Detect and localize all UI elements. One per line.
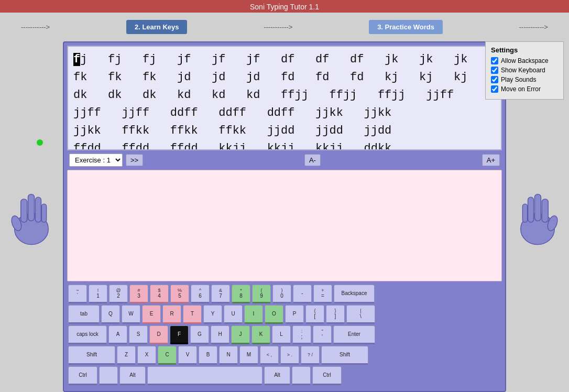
finger-indicator-dot — [37, 139, 43, 146]
exercise-text-display: fj fj fj jf jf jf df df df jk jk jk fk f… — [67, 46, 502, 150]
key-x[interactable]: X — [137, 346, 156, 365]
show-keyboard-setting[interactable]: Show Keyboard — [491, 67, 558, 74]
key-h[interactable]: H — [211, 325, 229, 344]
keyboard-row-bottom: Ctrl Alt Alt Ctrl — [68, 366, 501, 385]
key-z[interactable]: Z — [117, 346, 136, 365]
key-9[interactable]: (9 — [252, 285, 271, 303]
arrow-mid: -----------> — [264, 23, 292, 31]
key-backspace[interactable]: Backspace — [334, 285, 375, 303]
key-backslash[interactable]: |\ — [346, 305, 375, 324]
keyboard-row-qwerty: tab Q W E R T Y U I O P {[ }] |\ — [68, 305, 501, 324]
show-keyboard-checkbox[interactable] — [491, 67, 498, 74]
key-q[interactable]: Q — [101, 305, 120, 324]
move-on-error-label: Move on Error — [501, 85, 541, 93]
svg-rect-10 — [534, 194, 541, 221]
current-char: f — [73, 53, 80, 66]
key-semicolon[interactable]: :; — [292, 325, 311, 344]
main-area: fj fj fj jf jf jf df df df jk jk jk fk f… — [0, 41, 569, 392]
move-on-error-checkbox[interactable] — [491, 85, 498, 93]
key-minus[interactable]: - — [293, 285, 312, 303]
key-w[interactable]: W — [122, 305, 140, 324]
move-on-error-setting[interactable]: Move on Error — [491, 85, 558, 93]
key-tilde[interactable]: ~` — [68, 285, 87, 303]
key-g[interactable]: G — [190, 325, 209, 344]
key-l[interactable]: L — [272, 325, 291, 344]
key-alt-right[interactable]: Alt — [264, 366, 290, 385]
keyboard-row-numbers: ~` !1 @2 #3 $4 %5 ^6 &7 *8 (9 )0 - += Ba… — [68, 285, 501, 303]
key-space[interactable] — [147, 366, 262, 385]
key-bracket-right[interactable]: }] — [326, 305, 345, 324]
arrow-right: -----------> — [519, 23, 548, 31]
key-t[interactable]: T — [183, 305, 202, 324]
key-f[interactable]: F — [170, 325, 189, 344]
svg-rect-9 — [528, 197, 534, 222]
key-comma[interactable]: < , — [260, 346, 279, 365]
key-p[interactable]: P — [285, 305, 304, 324]
left-hand-area — [5, 41, 58, 392]
key-6[interactable]: ^6 — [191, 285, 210, 303]
key-s[interactable]: S — [129, 325, 148, 344]
key-bracket-left[interactable]: {[ — [305, 305, 324, 324]
key-o[interactable]: O — [265, 305, 283, 324]
key-5[interactable]: %5 — [170, 285, 189, 303]
key-equals[interactable]: += — [313, 285, 332, 303]
app-title: Soni Typing Tutor 1.1 — [250, 3, 319, 11]
svg-rect-4 — [35, 197, 41, 222]
right-hand-icon — [514, 186, 561, 248]
key-period[interactable]: > . — [280, 346, 299, 365]
key-0[interactable]: )0 — [272, 285, 291, 303]
key-d[interactable]: D — [149, 325, 168, 344]
key-a[interactable]: A — [108, 325, 127, 344]
font-decrease-button[interactable]: A- — [304, 154, 321, 166]
key-2[interactable]: @2 — [109, 285, 128, 303]
key-m[interactable]: M — [239, 346, 258, 365]
keyboard-row-shift: Shift Z X C V B N M < , > . ? / Shift — [68, 346, 501, 365]
key-enter[interactable]: Enter — [333, 325, 375, 344]
key-ctrl-left[interactable]: Ctrl — [68, 366, 97, 385]
key-shift-right[interactable]: Shift — [321, 346, 368, 365]
step3-button[interactable]: 3. Practice Words — [369, 20, 443, 34]
key-e[interactable]: E — [142, 305, 161, 324]
key-b[interactable]: B — [199, 346, 217, 365]
key-shift-left[interactable]: Shift — [68, 346, 115, 365]
key-win-right[interactable] — [292, 366, 311, 385]
show-keyboard-label: Show Keyboard — [501, 67, 545, 74]
key-k[interactable]: K — [251, 325, 270, 344]
key-4[interactable]: $4 — [150, 285, 169, 303]
play-sounds-label: Play Sounds — [501, 76, 536, 83]
nav-row: -----------> 2. Learn Keys -----------> … — [0, 13, 569, 41]
key-u[interactable]: U — [224, 305, 243, 324]
arrow-left-1: -----------> — [21, 23, 50, 31]
key-n[interactable]: N — [219, 346, 238, 365]
key-1[interactable]: !1 — [89, 285, 107, 303]
key-ctrl-right[interactable]: Ctrl — [312, 366, 342, 385]
svg-rect-5 — [41, 204, 46, 222]
play-sounds-checkbox[interactable] — [491, 76, 498, 83]
key-capslock[interactable]: caps lock — [68, 325, 107, 344]
keyboard-row-asdf: caps lock A S D F G H J K L :; "' Enter — [68, 325, 501, 344]
key-3[interactable]: #3 — [129, 285, 148, 303]
key-slash[interactable]: ? / — [301, 346, 320, 365]
svg-rect-8 — [522, 204, 527, 222]
exercise-select[interactable]: Exercise : 1 Exercise : 2 Exercise : 3 E… — [69, 154, 123, 167]
key-tab[interactable]: tab — [68, 305, 100, 324]
typing-input[interactable] — [67, 170, 502, 281]
play-sounds-setting[interactable]: Play Sounds — [491, 76, 558, 83]
key-c[interactable]: C — [158, 346, 177, 365]
key-8[interactable]: *8 — [232, 285, 250, 303]
key-r[interactable]: R — [162, 305, 181, 324]
next-exercise-button[interactable]: >> — [126, 154, 143, 166]
controls-row: Exercise : 1 Exercise : 2 Exercise : 3 E… — [67, 153, 502, 168]
key-i[interactable]: I — [244, 305, 263, 324]
key-alt-left[interactable]: Alt — [119, 366, 146, 385]
key-quote[interactable]: "' — [313, 325, 332, 344]
allow-backspace-checkbox[interactable] — [491, 57, 498, 64]
step2-button[interactable]: 2. Learn Keys — [126, 20, 188, 34]
key-win-left[interactable] — [99, 366, 118, 385]
key-y[interactable]: Y — [203, 305, 222, 324]
key-v[interactable]: V — [178, 346, 197, 365]
key-j[interactable]: J — [231, 325, 250, 344]
key-7[interactable]: &7 — [211, 285, 230, 303]
font-increase-button[interactable]: A+ — [482, 154, 500, 166]
allow-backspace-setting[interactable]: Allow Backspace — [491, 57, 558, 64]
